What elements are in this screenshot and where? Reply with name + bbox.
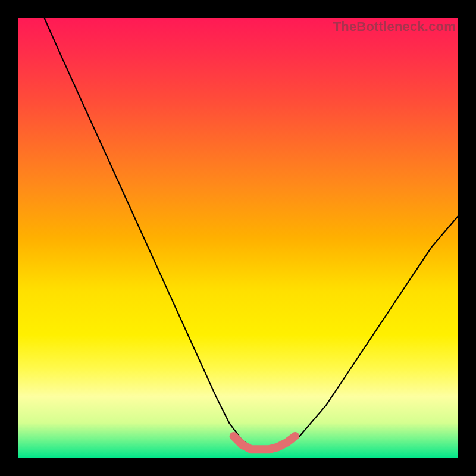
optimal-band xyxy=(234,436,296,449)
watermark-text: TheBottleneck.com xyxy=(333,19,456,35)
chart-frame: TheBottleneck.com xyxy=(0,0,476,476)
bottleneck-curve xyxy=(44,18,458,449)
curve-layer xyxy=(18,18,458,458)
plot-area xyxy=(18,18,458,458)
